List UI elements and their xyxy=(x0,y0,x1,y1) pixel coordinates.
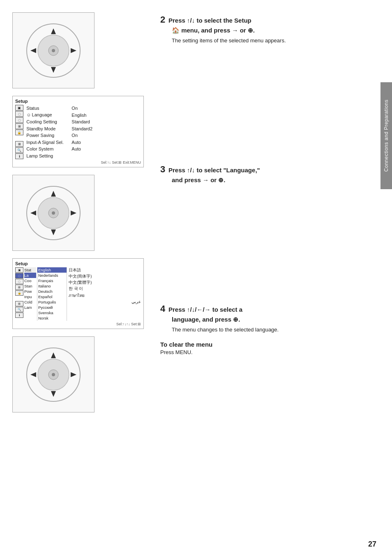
lang-icon-0: ▣ xyxy=(15,267,23,273)
right-column: 2 Press ↑/↓ to select the Setup 🏠 menu, … xyxy=(160,12,374,368)
lang-abbr-6: Cold xyxy=(24,299,36,305)
lang-opt-korean: 한 국 이 xyxy=(69,286,141,292)
menu-label-2: Cooling Setting xyxy=(25,118,70,125)
clear-menu-body: Press MENU. xyxy=(160,349,355,355)
menu-row-4: Power Saving On xyxy=(25,132,141,139)
lang-opt-english: English xyxy=(37,267,67,273)
step-2-title-line2: 🏠 menu, and press → or ⊕. xyxy=(172,26,355,35)
menu-icon-7: ℹ xyxy=(15,153,23,159)
remote-svg-2 xyxy=(21,181,86,245)
lang-abbr-4: Pow xyxy=(24,289,36,294)
remote-image-3 xyxy=(12,336,95,412)
step-2-number: 2 xyxy=(160,14,165,25)
menu-row-2: Cooling Setting Standard xyxy=(25,118,141,125)
svg-point-19 xyxy=(52,373,55,376)
lang-menu-box: Setup ▣ ◌ ◌ ⊞ 🔒 ⊞ 🔍 ℹ Stat La Coo Stan P… xyxy=(12,258,144,329)
step-3-title: Press ↑/↓ to select "Language," xyxy=(168,167,260,174)
svg-marker-7 xyxy=(71,48,76,53)
lang-icon-5: ⊞ xyxy=(15,301,23,306)
menu-row-0: Status On xyxy=(25,105,141,112)
lang-opt-francais: Français xyxy=(37,278,67,283)
svg-marker-6 xyxy=(30,48,36,53)
lang-abbr-2: Coo xyxy=(24,278,36,283)
step-3-heading: 3 Press ↑/↓ to select "Language," xyxy=(160,164,355,175)
lang-abbr-3: Stan xyxy=(24,283,36,289)
lang-icon-3: ⊞ xyxy=(15,285,23,290)
setup-menu-box-1: Setup ▣ ◌ ◌ ⊞ 🔒 ⊞ 🔍 ℹ Status On xyxy=(12,96,144,167)
step-4-section: 4 Press ↑/↓/←/→ to select a language, an… xyxy=(160,303,355,356)
step-2-heading: 2 Press ↑/↓ to select the Setup xyxy=(160,14,355,25)
menu-label-0: Status xyxy=(25,105,70,112)
remote-svg-1 xyxy=(21,19,86,82)
lang-opt-nederlands: Nederlands xyxy=(37,273,67,278)
menu-label-7: Lamp Setting xyxy=(25,153,70,160)
lang-opt-chinese-simplified: 中文(简体字) xyxy=(69,273,141,280)
remote-image-2 xyxy=(12,175,95,251)
lang-opt-italiano: Italiano xyxy=(37,283,67,289)
menu-value-6: Auto xyxy=(70,146,141,153)
step-2-sub: The setting items of the selected menu a… xyxy=(172,37,355,45)
lang-menu-footer: Sel:↑↓↑↓ Set:⊞ xyxy=(15,322,141,326)
lang-opt-chinese-traditional: 中文(繁體字) xyxy=(69,280,141,286)
lang-opt-svenska: Svenska xyxy=(37,310,67,315)
page-number: 27 xyxy=(368,540,376,549)
lang-opt-deutsch: Deutsch xyxy=(37,289,67,294)
svg-marker-4 xyxy=(51,28,56,34)
menu-value-5: Auto xyxy=(70,139,141,146)
svg-point-11 xyxy=(52,211,55,215)
menu-icon-1: ◌ xyxy=(15,111,23,117)
lang-menu-title: Setup xyxy=(15,261,141,266)
clear-menu-title: To clear the menu xyxy=(160,341,355,348)
setup-menu-title-1: Setup xyxy=(15,99,141,104)
menu-value-0: On xyxy=(70,105,141,112)
svg-marker-21 xyxy=(51,391,56,397)
svg-marker-13 xyxy=(51,229,56,235)
clear-menu-section: To clear the menu Press MENU. xyxy=(160,341,355,355)
step-2-section: 2 Press ↑/↓ to select the Setup 🏠 menu, … xyxy=(160,14,355,45)
menu-row-6: Color System Auto xyxy=(25,146,141,153)
lang-icon-4: 🔒 xyxy=(15,290,23,296)
lang-icon-spacer xyxy=(15,296,23,301)
svg-marker-15 xyxy=(71,211,76,215)
menu-icon-5: ⊞ xyxy=(15,141,23,147)
lang-icon-2: ◌ xyxy=(15,279,23,284)
step-3-title2: and press → or ⊕. xyxy=(172,176,226,183)
menu-icon-0: ▣ xyxy=(15,105,23,111)
step-2-title-icon: 🏠 menu, and press → or ⊕. xyxy=(172,27,255,34)
menu-icon-spacer-1 xyxy=(15,136,23,141)
step-4-heading: 4 Press ↑/↓/←/→ to select a xyxy=(160,303,355,314)
lang-opt-japanese: 日本語 xyxy=(69,267,141,273)
menu-row-5: Input-A Signal Sel. Auto xyxy=(25,139,141,146)
lang-opt-norsk: Norsk xyxy=(37,315,67,321)
menu-value-3: Standard2 xyxy=(70,125,141,132)
setup-menu-table-1: Status On ☺Language English Cooling Sett… xyxy=(25,105,141,159)
menu-icon-3: ⊞ xyxy=(15,123,23,129)
lang-opt-arabic: عربي xyxy=(69,299,141,304)
menu-icon-6: 🔍 xyxy=(15,147,23,153)
lang-abbr-7: Lam xyxy=(24,305,36,310)
menu-label-3: Standby Mode xyxy=(25,125,70,132)
step-3-section: 3 Press ↑/↓ to select "Language," and pr… xyxy=(160,164,355,184)
svg-marker-12 xyxy=(51,191,56,197)
remote-svg-3 xyxy=(21,343,86,406)
menu-value-4: On xyxy=(70,132,141,139)
menu-icon-4: 🔒 xyxy=(15,130,23,135)
menu-label-1: ☺Language xyxy=(25,112,70,118)
lang-abbr-0: Stat xyxy=(24,267,36,273)
step-4-number: 4 xyxy=(160,303,165,314)
menu-value-1: English xyxy=(70,112,141,119)
lang-icon-6: 🔍 xyxy=(15,307,23,312)
lang-abbr-5: Inpu xyxy=(24,294,36,299)
step-2-title: Press ↑/↓ to select the Setup xyxy=(168,17,251,24)
lang-icon-7: ℹ xyxy=(15,313,23,318)
step-3-number: 3 xyxy=(160,164,165,174)
step-3-title-line2: and press → or ⊕. xyxy=(172,176,355,184)
lang-opt-thai: ภาษาไทย xyxy=(69,292,141,299)
menu-row-3: Standby Mode Standard2 xyxy=(25,125,141,132)
menu-value-7 xyxy=(70,153,141,160)
step-4-title2: language, and press ⊕. xyxy=(172,316,240,323)
menu-row-1: ☺Language English xyxy=(25,112,141,119)
menu-label-5: Input-A Signal Sel. xyxy=(25,139,70,146)
setup-menu-footer-1: Sel:↑↓ Set:⊞ Exit:MENU xyxy=(15,160,141,164)
step-4-title-line2: language, and press ⊕. xyxy=(172,315,355,324)
